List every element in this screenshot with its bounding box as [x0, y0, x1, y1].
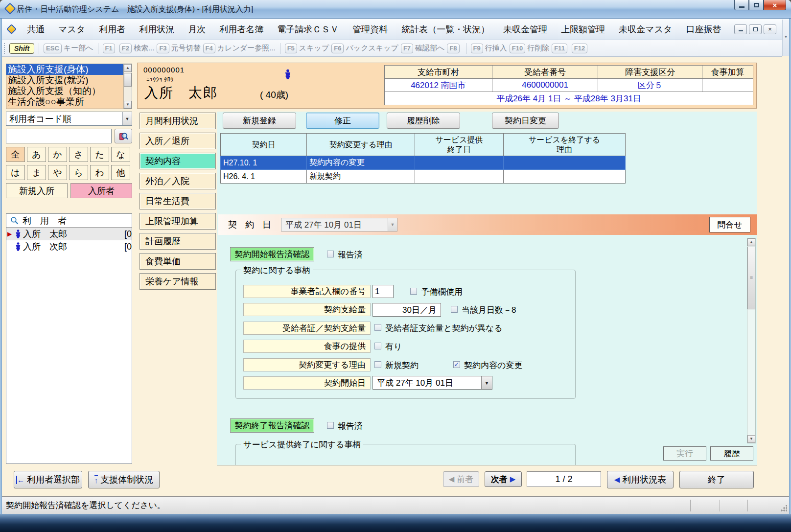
nav-nutrition-care[interactable]: 栄養ケア情報 [140, 273, 216, 290]
support-structure-button[interactable]: ↑ 支援体制状況 [88, 471, 160, 488]
mdi-minimize-button[interactable] [734, 24, 747, 34]
scroll-up-icon[interactable]: ▲ [747, 238, 755, 246]
toolbar-grip[interactable] [4, 43, 6, 54]
scroll-thumb[interactable]: ≡ [747, 247, 755, 309]
dropdown-arrow-icon[interactable]: ▼ [481, 376, 492, 389]
mdi-close-button[interactable]: × [764, 24, 776, 34]
inquiry-button[interactable]: 問合せ [709, 217, 750, 232]
scroll-down-icon[interactable]: ▼ [124, 101, 132, 109]
scroll-up-icon[interactable]: ▲ [124, 64, 132, 72]
history-button[interactable]: 履歴 [710, 446, 753, 461]
kana-filter-na[interactable]: な [111, 147, 130, 162]
kana-filter-ta[interactable]: た [90, 147, 109, 162]
supply-amount-field[interactable]: 30日／月 [372, 303, 441, 317]
contract-row-selected[interactable]: H27.10. 1 契約内容の変更 [221, 156, 626, 170]
key-f4[interactable]: F4カレンダー参照... [203, 44, 276, 53]
reported-checkbox-end[interactable] [327, 422, 334, 429]
nav-daily-living-cost[interactable]: 日常生活費 [140, 193, 216, 209]
meal-provided-checkbox[interactable] [374, 343, 381, 349]
nav-overnight-hospital[interactable]: 外泊／入院 [140, 173, 216, 189]
key-f10[interactable]: F10行削除 [510, 44, 549, 53]
dropdown-arrow-icon[interactable]: ▼ [122, 112, 132, 125]
menu-transfer[interactable]: 口座振替 [679, 19, 728, 40]
kana-filter-sa[interactable]: さ [69, 147, 88, 162]
key-f2[interactable]: F2検索... [119, 44, 155, 53]
user-search-button[interactable] [115, 129, 132, 143]
kana-filter-ma[interactable]: ま [27, 165, 46, 180]
change-contract-date-button[interactable]: 契約日変更 [492, 113, 559, 129]
menu-common[interactable]: 共通 [20, 19, 51, 40]
service-item[interactable]: 施設入所支援（知的） [6, 86, 123, 96]
contract-start-date-combo[interactable]: 平成 27年 10月 01日 ▼ [372, 376, 492, 390]
kana-filter-ya[interactable]: や [48, 165, 67, 180]
service-item-selected[interactable]: 施設入所支援(身体) [6, 64, 123, 75]
menu-user[interactable]: 利用者 [92, 19, 132, 40]
previous-person-button[interactable]: ◀ 前者 [443, 471, 479, 487]
key-f12[interactable]: F12 [572, 44, 589, 53]
modify-button[interactable]: 修正 [306, 113, 379, 129]
content-change-checkbox-checked[interactable]: ✓ [453, 361, 460, 368]
user-row-current[interactable]: ▶ 入所 太郎 [0 [6, 228, 132, 240]
contract-row[interactable]: H26. 4. 1 新規契約 [221, 170, 626, 184]
reserve-column-checkbox[interactable] [410, 288, 417, 295]
user-search-input[interactable] [6, 129, 112, 143]
maximize-button[interactable] [749, 0, 764, 10]
contract-end-confirm-button[interactable]: 契約終了報告済確認 [230, 418, 314, 433]
menu-monthly[interactable]: 月次 [181, 19, 212, 40]
sort-order-dropdown[interactable]: 利用者コード順 ▼ [6, 112, 132, 126]
kana-filter-all[interactable]: 全 [6, 147, 25, 162]
kana-filter-other[interactable]: 他 [111, 165, 130, 180]
nav-monthly-usage[interactable]: 月間利用状況 [140, 113, 216, 129]
contract-start-confirm-button[interactable]: 契約開始報告済確認 [230, 247, 314, 261]
resize-grip[interactable] [780, 505, 787, 512]
month-days-checkbox[interactable] [451, 306, 458, 313]
key-f11[interactable]: F11 [552, 44, 569, 53]
nav-plan-history[interactable]: 計画履歴 [140, 233, 216, 250]
new-contract-checkbox[interactable] [374, 361, 381, 368]
nav-limit-management[interactable]: 上限管理加算 [140, 213, 216, 230]
key-f9[interactable]: F9行挿入 [471, 44, 507, 53]
new-admission-button[interactable]: 新規入所 [6, 183, 68, 198]
key-f8[interactable]: F8 [447, 44, 461, 53]
exit-button[interactable]: 終了 [679, 471, 754, 488]
delete-history-button[interactable]: 履歴削除 [387, 113, 460, 129]
form-scrollbar[interactable]: ▲ ≡ ▼ [747, 238, 756, 443]
service-listbox[interactable]: 施設入所支援(身体) 施設入所支援(就労) 施設入所支援（知的） 生活介護○○事… [6, 64, 132, 109]
kana-filter-ha[interactable]: は [6, 165, 25, 180]
close-button[interactable]: × [764, 0, 786, 10]
biz-number-input[interactable] [372, 285, 394, 298]
key-f3[interactable]: F3元号切替 [157, 44, 200, 53]
resident-button[interactable]: 入所者 [70, 183, 132, 198]
kana-filter-a[interactable]: あ [27, 147, 46, 162]
key-esc[interactable]: ESCキー部へ [44, 44, 93, 53]
menu-csv[interactable]: 電子請求ＣＳＶ [270, 19, 346, 40]
user-row[interactable]: 入所 次郎 [0 [6, 240, 132, 253]
menu-limit[interactable]: 上限額管理 [554, 19, 612, 40]
nav-meal-unit-price[interactable]: 食費単価 [140, 253, 216, 270]
scroll-thumb[interactable] [124, 73, 132, 87]
certificate-differs-checkbox[interactable] [374, 324, 381, 331]
nav-contract-details[interactable]: 契約内容 [140, 153, 216, 169]
key-f5[interactable]: F5スキップ [285, 44, 329, 53]
usage-table-button[interactable]: ◀ 利用状況表 [607, 471, 674, 488]
menu-usage[interactable]: 利用状況 [132, 19, 181, 40]
nav-admission-discharge[interactable]: 入所／退所 [140, 133, 216, 149]
service-item[interactable]: 生活介護○○事業所 [6, 96, 123, 107]
shift-key[interactable]: Shift [9, 43, 34, 54]
toolbar-overflow[interactable]: ▾ [782, 20, 789, 56]
kana-filter-ka[interactable]: か [48, 147, 67, 162]
kana-filter-ra[interactable]: ら [69, 165, 88, 180]
key-f6[interactable]: F6バックスキップ [331, 44, 398, 53]
menu-statistics[interactable]: 統計表（一覧・状況） [395, 19, 496, 40]
reported-checkbox-start[interactable] [327, 251, 334, 257]
menu-roster[interactable]: 利用者名簿 [212, 19, 270, 40]
mdi-restore-button[interactable] [749, 24, 762, 34]
user-select-section-button[interactable]: ← 利用者選択部 [14, 471, 82, 488]
kana-filter-wa[interactable]: わ [90, 165, 109, 180]
scroll-down-icon[interactable]: ▼ [747, 435, 755, 443]
menu-receivable-master[interactable]: 未収金マスタ [612, 19, 679, 40]
key-f1[interactable]: F1 [103, 44, 117, 53]
menu-admin-docs[interactable]: 管理資料 [346, 19, 395, 40]
register-button[interactable]: 新規登録 [223, 113, 296, 129]
service-list-scrollbar[interactable]: ▲ ▼ [123, 64, 132, 109]
